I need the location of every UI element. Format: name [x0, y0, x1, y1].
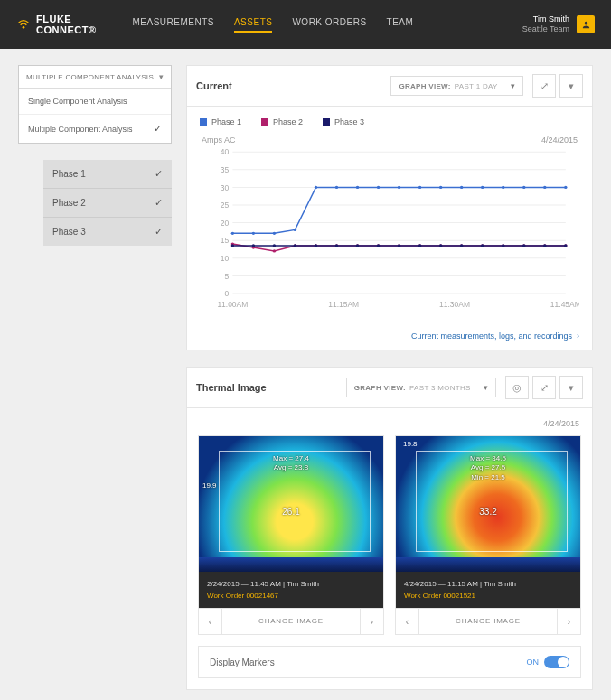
svg-point-70 — [502, 244, 504, 247]
nav-measurements[interactable]: MEASUREMENTS — [133, 17, 214, 33]
prev-image-button[interactable]: ‹ — [199, 609, 222, 634]
current-chart: 051015202530354011:00AM11:15AM11:30AM11:… — [200, 148, 579, 311]
main-nav: MEASUREMENTS ASSETS WORK ORDERS TEAM — [133, 17, 414, 33]
more-menu-icon[interactable]: ▾ — [559, 376, 583, 399]
phase-item-3[interactable]: Phase 3 ✓ — [43, 217, 172, 246]
svg-point-62 — [335, 244, 338, 247]
analysis-option-single[interactable]: Single Component Analysis — [19, 89, 171, 114]
svg-point-0 — [23, 26, 25, 29]
nav-assets[interactable]: ASSETS — [234, 17, 272, 33]
svg-point-69 — [481, 244, 484, 247]
svg-point-25 — [273, 232, 276, 235]
svg-text:10: 10 — [221, 254, 230, 263]
thermal-panel: Thermal Image GRAPH VIEW: PAST 3 MONTHS … — [186, 367, 593, 690]
phase-list: Phase 1 ✓ Phase 2 ✓ Phase 3 ✓ — [43, 160, 172, 246]
svg-point-65 — [398, 244, 400, 247]
svg-text:11:45AM: 11:45AM — [550, 300, 579, 309]
svg-text:40: 40 — [221, 148, 230, 156]
svg-text:20: 20 — [221, 219, 230, 228]
expand-icon[interactable]: ⤢ — [532, 74, 556, 98]
thermal-meta-1: 2/24/2015 — 11:45 AM | Tim Smith Work Or… — [199, 572, 383, 608]
svg-text:15: 15 — [221, 236, 230, 245]
svg-point-34 — [460, 186, 463, 189]
svg-text:11:15AM: 11:15AM — [328, 300, 359, 309]
wifi-icon — [16, 17, 31, 32]
thermal-card-1: Max = 27.4 Avg = 23.8 19.9 26.1 2/24/201… — [198, 435, 384, 635]
brand-line1: FLUKE — [36, 14, 71, 24]
svg-point-38 — [543, 186, 546, 189]
svg-point-27 — [315, 186, 317, 189]
svg-point-37 — [522, 186, 525, 189]
svg-point-26 — [294, 229, 296, 231]
svg-point-64 — [377, 244, 380, 247]
work-order-link[interactable]: Work Order 00021467 — [207, 591, 375, 601]
expand-icon[interactable]: ⤢ — [532, 376, 556, 399]
more-menu-icon[interactable]: ▾ — [559, 74, 583, 98]
svg-text:11:00AM: 11:00AM — [217, 300, 248, 309]
next-image-button[interactable]: › — [360, 609, 383, 634]
caret-down-icon: ▾ — [484, 383, 488, 392]
nav-team[interactable]: TEAM — [387, 17, 414, 33]
svg-point-31 — [398, 186, 400, 189]
toggle-switch-icon — [544, 656, 569, 668]
change-image-button[interactable]: CHANGE IMAGE — [222, 609, 360, 634]
current-footer-link[interactable]: Current measurements, logs, and recordin… — [187, 322, 592, 350]
analysis-option-multiple[interactable]: Multiple Component Analysis ✓ — [19, 114, 171, 143]
thermal-graph-view-select[interactable]: GRAPH VIEW: PAST 3 MONTHS ▾ — [346, 378, 496, 397]
analysis-dropdown-toggle[interactable]: MULTIPLE COMPONENT ANALYSIS ▾ — [19, 66, 171, 89]
svg-point-61 — [315, 244, 317, 247]
current-panel-title: Current — [196, 80, 232, 91]
nav-workorders[interactable]: WORK ORDERS — [292, 17, 366, 33]
caret-down-icon: ▾ — [159, 72, 164, 81]
change-image-button[interactable]: CHANGE IMAGE — [419, 609, 557, 634]
analysis-dropdown-title: MULTIPLE COMPONENT ANALYSIS — [26, 73, 154, 81]
user-team: Seattle Team — [522, 24, 569, 34]
svg-text:35: 35 — [221, 165, 230, 174]
thermal-card-2: 19.8 Max = 34.5 Avg = 27.5 Min = 21.5 33… — [395, 435, 581, 635]
phase-item-1[interactable]: Phase 1 ✓ — [43, 160, 172, 188]
analysis-dropdown: MULTIPLE COMPONENT ANALYSIS ▾ Single Com… — [18, 65, 172, 144]
user-name: Tim Smith — [522, 14, 569, 24]
svg-point-68 — [460, 244, 463, 247]
svg-point-32 — [418, 186, 421, 189]
prev-image-button[interactable]: ‹ — [396, 609, 419, 634]
user-icon — [577, 15, 595, 33]
chart-date: 4/24/2015 — [541, 135, 578, 145]
svg-point-66 — [418, 244, 421, 247]
svg-point-36 — [502, 186, 504, 189]
chart-y-title: Amps AC — [202, 135, 236, 145]
svg-point-71 — [522, 244, 525, 247]
top-nav: FLUKE CONNECT® MEASUREMENTS ASSETS WORK … — [0, 0, 611, 49]
brand-line2: CONNECT — [36, 24, 89, 35]
thermal-date: 4/24/2015 — [198, 419, 581, 435]
svg-point-30 — [377, 186, 380, 189]
svg-point-29 — [356, 186, 359, 189]
display-markers-row: Display Markers ON — [198, 646, 581, 678]
user-block[interactable]: Tim Smith Seattle Team — [522, 14, 595, 34]
svg-point-23 — [231, 232, 234, 235]
thermal-panel-title: Thermal Image — [196, 382, 267, 393]
markers-toggle[interactable]: ON — [527, 656, 570, 668]
svg-text:5: 5 — [224, 272, 229, 281]
svg-point-35 — [481, 186, 484, 189]
thermal-image-1[interactable]: Max = 27.4 Avg = 23.8 19.9 26.1 — [199, 436, 383, 572]
phase-item-2[interactable]: Phase 2 ✓ — [43, 188, 172, 217]
work-order-link[interactable]: Work Order 00021521 — [404, 591, 572, 601]
next-image-button[interactable]: › — [557, 609, 580, 634]
graph-view-select[interactable]: GRAPH VIEW: PAST 1 DAY ▾ — [390, 76, 523, 96]
svg-point-59 — [273, 244, 276, 247]
svg-point-58 — [252, 244, 255, 247]
svg-text:30: 30 — [221, 183, 230, 192]
target-icon[interactable]: ◎ — [505, 376, 529, 399]
sidebar: MULTIPLE COMPONENT ANALYSIS ▾ Single Com… — [18, 65, 172, 690]
check-icon: ✓ — [155, 226, 163, 238]
thermal-image-2[interactable]: 19.8 Max = 34.5 Avg = 27.5 Min = 21.5 33… — [396, 436, 580, 572]
brand-logo: FLUKE CONNECT® — [16, 14, 97, 35]
svg-point-24 — [252, 232, 255, 235]
chart-legend: Phase 1 Phase 2 Phase 3 — [187, 107, 592, 130]
current-panel: Current GRAPH VIEW: PAST 1 DAY ▾ ⤢ ▾ Pha… — [186, 65, 593, 350]
thermal-meta-2: 4/24/2015 — 11:15 AM | Tim Smith Work Or… — [396, 572, 580, 608]
svg-point-72 — [543, 244, 546, 247]
svg-point-33 — [439, 186, 442, 189]
check-icon: ✓ — [154, 123, 162, 135]
